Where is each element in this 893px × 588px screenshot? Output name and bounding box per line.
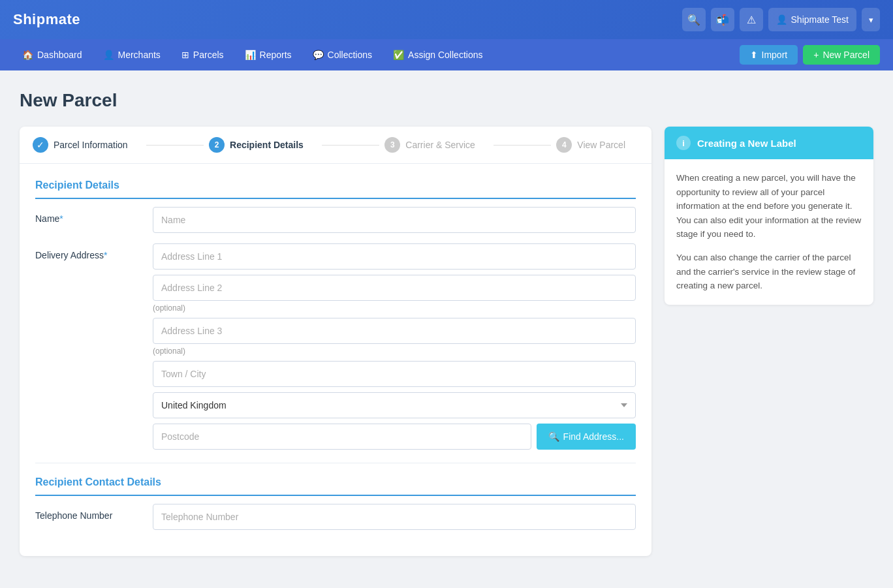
- chevron-down-icon: ▾: [869, 15, 873, 25]
- telephone-fields: [153, 504, 636, 530]
- import-label: Import: [762, 50, 788, 60]
- country-select[interactable]: United Kingdom United States France Germ…: [153, 392, 636, 418]
- user-dropdown-arrow[interactable]: ▾: [862, 8, 880, 31]
- merchants-icon: 👤: [103, 50, 114, 60]
- nav-item-parcels[interactable]: ⊞ Parcels: [172, 46, 233, 64]
- info-para-1: When creating a new parcel, you will hav…: [676, 171, 862, 241]
- nav-item-dashboard[interactable]: 🏠 Dashboard: [13, 46, 91, 64]
- main-layout: ✓ Parcel Information 2 Recipient Details…: [20, 127, 873, 556]
- recipient-contact-title: Recipient Contact Details: [35, 476, 636, 496]
- alert-icon: ⚠: [747, 14, 756, 26]
- nav-item-assign-collections[interactable]: ✅ Assign Collections: [384, 46, 492, 64]
- address-line3-input[interactable]: [153, 318, 636, 344]
- find-address-button[interactable]: 🔍 Find Address...: [537, 424, 636, 450]
- nav-item-reports[interactable]: 📊 Reports: [236, 46, 301, 64]
- step4-number: 4: [556, 137, 572, 153]
- find-address-label: Find Address...: [563, 431, 624, 442]
- address-line2-input[interactable]: [153, 275, 636, 301]
- nav-item-collections[interactable]: 💬 Collections: [304, 46, 381, 64]
- notifications-button[interactable]: 📬: [711, 8, 734, 31]
- delivery-address-row: Delivery Address* (optional) (optional) …: [35, 243, 636, 450]
- step2-number: 2: [209, 137, 225, 153]
- address-fields: (optional) (optional) United Kingdom Uni…: [153, 243, 636, 450]
- name-fields: [153, 207, 636, 233]
- address3-hint: (optional): [153, 347, 636, 356]
- nav-label-reports: Reports: [260, 50, 292, 60]
- nav-item-merchants[interactable]: 👤 Merchants: [94, 46, 170, 64]
- nav-label-merchants: Merchants: [118, 50, 161, 60]
- step-carrier-service[interactable]: 3 Carrier & Service: [384, 137, 488, 153]
- name-row: Name*: [35, 207, 636, 233]
- step-divider-1: [146, 145, 204, 146]
- user-menu-button[interactable]: 👤 Shipmate Test: [768, 8, 856, 31]
- search-icon: 🔍: [687, 14, 700, 26]
- user-name: Shipmate Test: [791, 14, 849, 25]
- step-divider-2: [322, 145, 379, 146]
- alert-button[interactable]: ⚠: [740, 8, 763, 31]
- name-input[interactable]: [153, 207, 636, 233]
- step-recipient-details[interactable]: 2 Recipient Details: [209, 137, 317, 153]
- nav-label-dashboard: Dashboard: [37, 50, 82, 60]
- page-title: New Parcel: [20, 90, 873, 111]
- town-city-input[interactable]: [153, 361, 636, 387]
- plus-icon: +: [813, 50, 819, 60]
- notification-icon: 📬: [716, 14, 729, 26]
- step-view-parcel[interactable]: 4 View Parcel: [556, 137, 638, 153]
- collections-icon: 💬: [313, 50, 324, 60]
- parcels-icon: ⊞: [181, 50, 189, 60]
- nav-items: 🏠 Dashboard 👤 Merchants ⊞ Parcels 📊 Repo…: [13, 46, 492, 64]
- step1-label: Parcel Information: [54, 140, 128, 150]
- step3-number: 3: [384, 137, 400, 153]
- info-card-body: When creating a new parcel, you will hav…: [665, 159, 873, 305]
- address-required: *: [104, 250, 107, 260]
- app-logo: Shipmate: [13, 11, 80, 28]
- form-body: Recipient Details Name* Delivery Address…: [20, 164, 651, 556]
- search-address-icon: 🔍: [548, 431, 559, 442]
- delivery-address-label: Delivery Address*: [35, 243, 140, 260]
- info-card-header: i Creating a New Label: [665, 127, 873, 159]
- nav-label-assign-collections: Assign Collections: [408, 50, 482, 60]
- address-line1-input[interactable]: [153, 243, 636, 270]
- reports-icon: 📊: [245, 50, 256, 60]
- header-right: 🔍 📬 ⚠ 👤 Shipmate Test ▾: [682, 8, 880, 31]
- info-card: i Creating a New Label When creating a n…: [665, 127, 873, 305]
- name-label: Name*: [35, 207, 140, 224]
- nav-actions: ⬆ Import + New Parcel: [740, 45, 880, 65]
- nav-bar: 🏠 Dashboard 👤 Merchants ⊞ Parcels 📊 Repo…: [0, 39, 893, 70]
- nav-label-parcels: Parcels: [193, 50, 224, 60]
- import-button[interactable]: ⬆ Import: [740, 45, 798, 65]
- step4-label: View Parcel: [577, 140, 625, 150]
- step3-label: Carrier & Service: [405, 140, 475, 150]
- page-content: New Parcel ✓ Parcel Information 2 Recipi…: [0, 70, 893, 576]
- telephone-label: Telephone Number: [35, 504, 140, 521]
- new-parcel-label: New Parcel: [822, 50, 870, 60]
- postcode-input[interactable]: [153, 424, 531, 450]
- home-icon: 🏠: [22, 50, 33, 60]
- new-parcel-button[interactable]: + New Parcel: [803, 45, 880, 65]
- top-header: Shipmate 🔍 📬 ⚠ 👤 Shipmate Test ▾: [0, 0, 893, 39]
- search-button[interactable]: 🔍: [682, 8, 706, 31]
- info-card-title: Creating a New Label: [697, 138, 796, 149]
- name-required: *: [59, 213, 63, 224]
- address2-hint: (optional): [153, 303, 636, 313]
- telephone-row: Telephone Number: [35, 504, 636, 530]
- step1-check-icon: ✓: [33, 137, 48, 153]
- telephone-input[interactable]: [153, 504, 636, 530]
- info-icon: i: [676, 136, 691, 150]
- steps-bar: ✓ Parcel Information 2 Recipient Details…: [20, 127, 651, 164]
- step2-label: Recipient Details: [230, 140, 304, 150]
- info-para-2: You can also change the carrier of the p…: [676, 251, 862, 293]
- postcode-row: 🔍 Find Address...: [153, 424, 636, 450]
- form-card: ✓ Parcel Information 2 Recipient Details…: [20, 127, 651, 556]
- import-icon: ⬆: [750, 50, 758, 60]
- user-avatar-icon: 👤: [776, 14, 787, 25]
- nav-label-collections: Collections: [328, 50, 372, 60]
- step-divider-3: [494, 145, 551, 146]
- step-parcel-information[interactable]: ✓ Parcel Information: [33, 137, 141, 153]
- recipient-details-title: Recipient Details: [35, 179, 636, 199]
- section-divider: [35, 463, 636, 463]
- assign-collections-icon: ✅: [393, 50, 404, 60]
